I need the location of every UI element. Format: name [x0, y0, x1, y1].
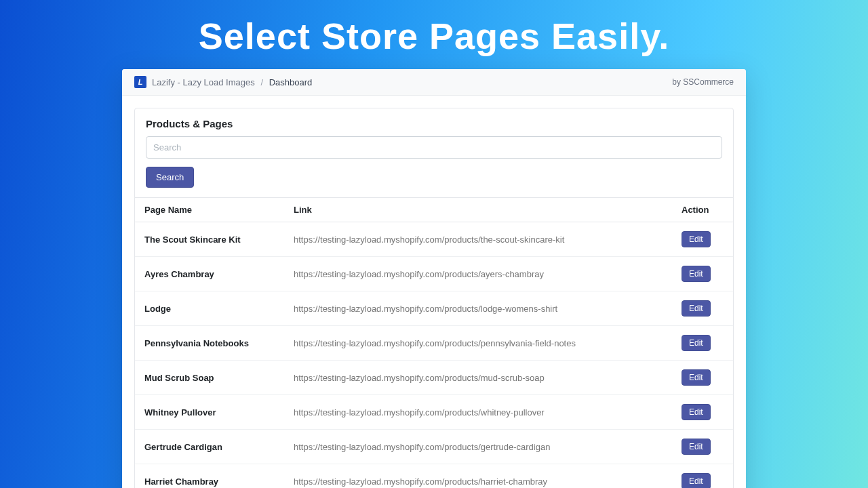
- action-cell: Edit: [672, 395, 733, 430]
- table-row: Pennsylvania Notebookshttps://testing-la…: [135, 326, 733, 361]
- breadcrumb-separator: /: [260, 77, 263, 87]
- page-link-cell[interactable]: https://testing-lazyload.myshopify.com/p…: [284, 222, 672, 257]
- page-name-cell: Ayres Chambray: [135, 257, 284, 291]
- table-row: Ayres Chambrayhttps://testing-lazyload.m…: [135, 257, 733, 291]
- action-cell: Edit: [672, 222, 733, 257]
- table-row: Mud Scrub Soaphttps://testing-lazyload.m…: [135, 361, 733, 395]
- edit-button[interactable]: Edit: [682, 231, 711, 247]
- table-row: The Scout Skincare Kithttps://testing-la…: [135, 222, 733, 257]
- search-button[interactable]: Search: [146, 167, 194, 188]
- breadcrumb-app[interactable]: Lazify - Lazy Load Images: [152, 77, 255, 87]
- vendor-label: by SSCommerce: [672, 77, 734, 87]
- page-link-cell[interactable]: https://testing-lazyload.myshopify.com/p…: [284, 430, 672, 464]
- action-cell: Edit: [672, 291, 733, 326]
- col-link: Link: [284, 198, 672, 222]
- app-header: L Lazify - Lazy Load Images / Dashboard …: [122, 69, 746, 96]
- edit-button[interactable]: Edit: [682, 369, 711, 386]
- table-row: Gertrude Cardiganhttps://testing-lazyloa…: [135, 430, 733, 464]
- page-link-cell[interactable]: https://testing-lazyload.myshopify.com/p…: [284, 464, 672, 489]
- page-link-cell[interactable]: https://testing-lazyload.myshopify.com/p…: [284, 257, 672, 291]
- action-cell: Edit: [672, 464, 733, 489]
- edit-button[interactable]: Edit: [682, 266, 711, 282]
- col-page-name: Page Name: [135, 198, 284, 222]
- panel-title: Products & Pages: [135, 108, 733, 136]
- edit-button[interactable]: Edit: [682, 473, 711, 488]
- edit-button[interactable]: Edit: [682, 300, 711, 317]
- page-link-cell[interactable]: https://testing-lazyload.myshopify.com/p…: [284, 361, 672, 395]
- page-name-cell: Lodge: [135, 291, 284, 326]
- page-name-cell: Whitney Pullover: [135, 395, 284, 430]
- products-pages-panel: Products & Pages Search Page Name Link A…: [134, 108, 734, 488]
- breadcrumb-current: Dashboard: [269, 77, 313, 87]
- action-cell: Edit: [672, 326, 733, 361]
- page-link-cell[interactable]: https://testing-lazyload.myshopify.com/p…: [284, 326, 672, 361]
- table-row: Harriet Chambrayhttps://testing-lazyload…: [135, 464, 733, 489]
- app-window: L Lazify - Lazy Load Images / Dashboard …: [122, 69, 746, 488]
- table-row: Lodgehttps://testing-lazyload.myshopify.…: [135, 291, 733, 326]
- page-link-cell[interactable]: https://testing-lazyload.myshopify.com/p…: [284, 291, 672, 326]
- table-row: Whitney Pulloverhttps://testing-lazyload…: [135, 395, 733, 430]
- page-link-cell[interactable]: https://testing-lazyload.myshopify.com/p…: [284, 395, 672, 430]
- action-cell: Edit: [672, 430, 733, 464]
- edit-button[interactable]: Edit: [682, 404, 711, 420]
- page-name-cell: Harriet Chambray: [135, 464, 284, 489]
- hero-title: Select Store Pages Easily.: [0, 0, 868, 69]
- col-action: Action: [672, 198, 733, 222]
- page-name-cell: The Scout Skincare Kit: [135, 222, 284, 257]
- page-name-cell: Mud Scrub Soap: [135, 361, 284, 395]
- app-logo-icon: L: [134, 76, 146, 88]
- action-cell: Edit: [672, 257, 733, 291]
- search-input[interactable]: [146, 136, 722, 159]
- products-table: Page Name Link Action The Scout Skincare…: [135, 197, 733, 488]
- edit-button[interactable]: Edit: [682, 335, 711, 351]
- action-cell: Edit: [672, 361, 733, 395]
- edit-button[interactable]: Edit: [682, 439, 711, 455]
- page-name-cell: Gertrude Cardigan: [135, 430, 284, 464]
- page-name-cell: Pennsylvania Notebooks: [135, 326, 284, 361]
